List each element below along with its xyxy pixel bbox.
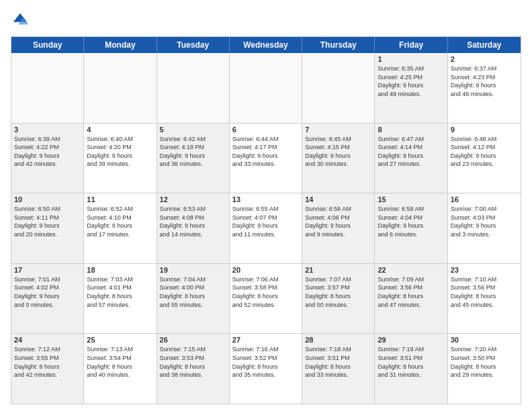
day-info: Sunrise: 6:53 AM Sunset: 4:08 PM Dayligh… (160, 205, 226, 238)
day-info: Sunrise: 7:06 AM Sunset: 3:58 PM Dayligh… (232, 275, 299, 309)
calendar-day-15: 15Sunrise: 6:58 AM Sunset: 4:04 PM Dayli… (375, 193, 447, 263)
header-day-thursday: Thursday (302, 37, 375, 53)
day-number: 12 (160, 195, 226, 203)
day-number: 30 (451, 336, 518, 344)
day-info: Sunrise: 7:10 AM Sunset: 3:56 PM Dayligh… (451, 275, 518, 309)
logo (11, 11, 32, 30)
calendar-day-26: 26Sunrise: 7:15 AM Sunset: 3:53 PM Dayli… (157, 334, 230, 404)
calendar-row: 1Sunrise: 6:35 AM Sunset: 4:25 PM Daylig… (11, 53, 521, 124)
calendar-day-28: 28Sunrise: 7:18 AM Sunset: 3:51 PM Dayli… (302, 334, 375, 404)
day-info: Sunrise: 7:16 AM Sunset: 3:52 PM Dayligh… (232, 345, 299, 379)
day-info: Sunrise: 6:48 AM Sunset: 4:12 PM Dayligh… (451, 135, 518, 169)
day-info: Sunrise: 7:20 AM Sunset: 3:50 PM Dayligh… (451, 345, 518, 379)
day-info: Sunrise: 7:00 AM Sunset: 4:03 PM Dayligh… (451, 205, 518, 238)
day-number: 1 (378, 55, 444, 63)
day-info: Sunrise: 6:58 AM Sunset: 4:04 PM Dayligh… (378, 205, 444, 238)
day-number: 21 (305, 266, 371, 274)
calendar-day-21: 21Sunrise: 7:07 AM Sunset: 3:57 PM Dayli… (302, 264, 375, 334)
day-number: 24 (14, 336, 81, 344)
calendar-row: 17Sunrise: 7:01 AM Sunset: 4:02 PM Dayli… (11, 264, 521, 334)
calendar-day-17: 17Sunrise: 7:01 AM Sunset: 4:02 PM Dayli… (11, 264, 84, 334)
calendar-day-11: 11Sunrise: 6:52 AM Sunset: 4:10 PM Dayli… (84, 193, 157, 263)
header-day-monday: Monday (84, 37, 157, 53)
day-number: 9 (451, 126, 518, 134)
calendar-day-12: 12Sunrise: 6:53 AM Sunset: 4:08 PM Dayli… (157, 193, 230, 263)
calendar: SundayMondayTuesdayWednesdayThursdayFrid… (11, 36, 521, 404)
calendar-day-9: 9Sunrise: 6:48 AM Sunset: 4:12 PM Daylig… (448, 124, 521, 193)
header-day-wednesday: Wednesday (230, 37, 302, 53)
day-number: 6 (232, 126, 299, 134)
day-number: 29 (378, 336, 444, 344)
calendar-day-25: 25Sunrise: 7:13 AM Sunset: 3:54 PM Dayli… (84, 334, 157, 404)
day-info: Sunrise: 7:07 AM Sunset: 3:57 PM Dayligh… (305, 275, 371, 309)
calendar-day-19: 19Sunrise: 7:04 AM Sunset: 4:00 PM Dayli… (157, 264, 230, 334)
day-info: Sunrise: 7:04 AM Sunset: 4:00 PM Dayligh… (160, 275, 226, 309)
calendar-day-16: 16Sunrise: 7:00 AM Sunset: 4:03 PM Dayli… (448, 193, 521, 263)
day-number: 19 (160, 266, 226, 274)
day-info: Sunrise: 7:13 AM Sunset: 3:54 PM Dayligh… (87, 345, 153, 379)
day-number: 2 (451, 55, 518, 63)
calendar-day-8: 8Sunrise: 6:47 AM Sunset: 4:14 PM Daylig… (375, 124, 447, 193)
day-number: 3 (14, 126, 81, 134)
calendar-empty-cell (302, 53, 375, 123)
calendar-day-3: 3Sunrise: 6:39 AM Sunset: 4:22 PM Daylig… (11, 124, 84, 193)
calendar-header: SundayMondayTuesdayWednesdayThursdayFrid… (11, 37, 521, 53)
header-day-friday: Friday (375, 37, 447, 53)
day-info: Sunrise: 7:12 AM Sunset: 3:55 PM Dayligh… (14, 345, 81, 379)
day-info: Sunrise: 7:15 AM Sunset: 3:53 PM Dayligh… (160, 345, 226, 379)
day-info: Sunrise: 6:52 AM Sunset: 4:10 PM Dayligh… (87, 205, 153, 238)
day-info: Sunrise: 6:56 AM Sunset: 4:06 PM Dayligh… (305, 205, 371, 238)
day-number: 26 (160, 336, 226, 344)
day-number: 17 (14, 266, 81, 274)
day-number: 10 (14, 195, 81, 203)
day-number: 14 (305, 195, 371, 203)
day-info: Sunrise: 6:35 AM Sunset: 4:25 PM Dayligh… (378, 64, 444, 98)
day-number: 15 (378, 195, 444, 203)
logo-icon (11, 11, 30, 30)
day-number: 5 (160, 126, 226, 134)
day-info: Sunrise: 6:37 AM Sunset: 4:23 PM Dayligh… (451, 64, 518, 98)
day-number: 4 (87, 126, 153, 134)
header-day-sunday: Sunday (11, 37, 84, 53)
day-info: Sunrise: 7:09 AM Sunset: 3:56 PM Dayligh… (378, 275, 444, 309)
day-number: 25 (87, 336, 153, 344)
day-info: Sunrise: 6:42 AM Sunset: 4:18 PM Dayligh… (160, 135, 226, 169)
day-info: Sunrise: 6:39 AM Sunset: 4:22 PM Dayligh… (14, 135, 81, 169)
calendar-empty-cell (84, 53, 157, 123)
day-number: 8 (378, 126, 444, 134)
day-info: Sunrise: 7:01 AM Sunset: 4:02 PM Dayligh… (14, 275, 81, 309)
calendar-day-30: 30Sunrise: 7:20 AM Sunset: 3:50 PM Dayli… (448, 334, 521, 404)
day-number: 16 (451, 195, 518, 203)
day-number: 23 (451, 266, 518, 274)
calendar-day-23: 23Sunrise: 7:10 AM Sunset: 3:56 PM Dayli… (448, 264, 521, 334)
calendar-day-2: 2Sunrise: 6:37 AM Sunset: 4:23 PM Daylig… (448, 53, 521, 123)
calendar-day-7: 7Sunrise: 6:45 AM Sunset: 4:15 PM Daylig… (302, 124, 375, 193)
calendar-day-27: 27Sunrise: 7:16 AM Sunset: 3:52 PM Dayli… (230, 334, 302, 404)
day-info: Sunrise: 7:19 AM Sunset: 3:51 PM Dayligh… (378, 345, 444, 379)
day-info: Sunrise: 6:55 AM Sunset: 4:07 PM Dayligh… (232, 205, 299, 238)
day-number: 11 (87, 195, 153, 203)
calendar-empty-cell (11, 53, 84, 123)
calendar-row: 3Sunrise: 6:39 AM Sunset: 4:22 PM Daylig… (11, 124, 521, 194)
day-info: Sunrise: 6:50 AM Sunset: 4:11 PM Dayligh… (14, 205, 81, 238)
header-day-saturday: Saturday (448, 37, 521, 53)
calendar-day-18: 18Sunrise: 7:03 AM Sunset: 4:01 PM Dayli… (84, 264, 157, 334)
day-number: 28 (305, 336, 371, 344)
day-number: 7 (305, 126, 371, 134)
calendar-row: 10Sunrise: 6:50 AM Sunset: 4:11 PM Dayli… (11, 193, 521, 264)
day-info: Sunrise: 6:47 AM Sunset: 4:14 PM Dayligh… (378, 135, 444, 169)
calendar-day-14: 14Sunrise: 6:56 AM Sunset: 4:06 PM Dayli… (302, 193, 375, 263)
calendar-day-5: 5Sunrise: 6:42 AM Sunset: 4:18 PM Daylig… (157, 124, 230, 193)
day-info: Sunrise: 7:18 AM Sunset: 3:51 PM Dayligh… (305, 345, 371, 379)
day-info: Sunrise: 6:44 AM Sunset: 4:17 PM Dayligh… (232, 135, 299, 169)
calendar-day-4: 4Sunrise: 6:40 AM Sunset: 4:20 PM Daylig… (84, 124, 157, 193)
day-number: 18 (87, 266, 153, 274)
calendar-body: 1Sunrise: 6:35 AM Sunset: 4:25 PM Daylig… (11, 53, 521, 404)
calendar-day-29: 29Sunrise: 7:19 AM Sunset: 3:51 PM Dayli… (375, 334, 447, 404)
calendar-day-20: 20Sunrise: 7:06 AM Sunset: 3:58 PM Dayli… (230, 264, 302, 334)
day-number: 22 (378, 266, 444, 274)
page-header (11, 11, 521, 30)
calendar-empty-cell (230, 53, 302, 123)
calendar-empty-cell (157, 53, 230, 123)
day-number: 20 (232, 266, 299, 274)
